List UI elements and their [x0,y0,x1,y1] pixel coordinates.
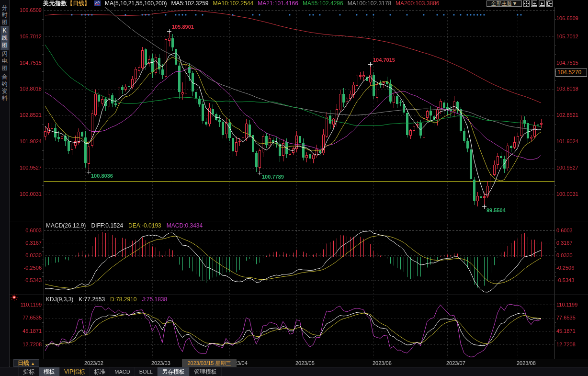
toolbar-tab-macd[interactable]: MACD [110,367,135,376]
chart-header: 美元指数 【日线】 MA(5,10,21,55,100,200) MA5:102… [43,0,440,7]
exit-icon [547,1,552,6]
sidebar-tab-intraday[interactable]: 分时图 [0,3,9,27]
tab-char: 时 [0,11,9,19]
tab-char: 分 [0,4,9,11]
kdj-axis-right-label: 12.7208 [556,342,576,348]
macd-params-label: MACD(26,12,9) [46,222,86,229]
tab-char: 图 [0,65,9,72]
toolbar-tab-manage-template[interactable]: 管理模板 [190,367,222,376]
main-axis-right-label: 105.7012 [556,34,578,40]
tab-char: 图 [0,19,9,26]
sidebar-tab-contract-info[interactable]: 合约资料 [0,72,9,103]
kline-glyph-icon [94,0,101,6]
main-axis-right-label: 102.8521 [556,112,578,118]
tab-char: 合 [0,73,9,80]
kdj-k-value: K:77.2553 [79,296,105,303]
macd-info-row: MACD(26,12,9) DIFF:0.1524 DEA:-0.0193 MA… [46,222,203,229]
macd-axis-right-label: 0.3167 [556,240,573,246]
symbol-title: 美元指数 [43,0,67,7]
toolbar-tab-template[interactable]: 模板 [39,367,60,376]
main-axis-right-label: 103.8018 [556,86,578,92]
kdj-axis-right-label: 77.6535 [556,315,576,321]
sidebar-tab-flash[interactable]: 闪电图 [0,49,9,73]
tab-char: 料 [0,95,9,102]
kdj-j-value: J:75.1838 [142,296,167,303]
low-price-annotation: 100.7789 [262,174,284,180]
tab-char: 电 [0,57,9,65]
ma200-value: MA200:103.3886 [396,0,439,7]
theme-dropdown-button[interactable]: 全部主题▼ [486,0,522,7]
toolbar-tab-indicator[interactable]: 指标 [18,367,39,376]
kdj-axis-right-label: 110.1199 [556,302,577,308]
period-tag: 【日线】 [67,0,90,7]
macd-axis-right-label: 0.0330 [556,252,573,259]
kdj-params-label: KDJ(9,3,3) [46,296,73,303]
compress-xaxis-button[interactable] [531,0,537,7]
top-controls: 全部主题▼ [486,0,553,7]
period-selector-button[interactable]: 日线 ▲ [13,359,39,367]
kdj-info-row: KDJ(9,3,3) K:77.2553 D:78.2910 J:75.1838 [46,296,167,303]
macd-axis-right-label: -0.5343 [556,277,574,284]
date-axis-row: 日线 ▲ 2023/022023/032023/042023/052023/06… [10,359,588,367]
toolbar-tab-save-template[interactable]: 另存模板 [158,367,190,376]
low-price-annotation: 99.5504 [486,207,506,213]
kline-chart-canvas[interactable] [0,0,588,376]
macd-axis-left-label: 0.0330 [10,252,42,259]
main-axis-left-label: 100.9527 [10,165,42,171]
macd-diff-value: DIFF:0.1524 [91,222,123,229]
kdj-axis-left-label: 12.7208 [10,342,42,348]
tab-char: 闪 [0,50,9,57]
exit-button[interactable] [546,0,553,7]
high-price-annotation: 104.7015 [373,57,395,63]
move-tool-button[interactable] [523,0,530,7]
month-label: 2023/06 [373,360,392,366]
low-price-annotation: 100.8036 [91,173,113,179]
axis-compress-icon [531,1,537,6]
main-axis-left-label: 100.0031 [10,191,42,197]
tab-char: K [0,27,9,34]
tab-char: 资 [0,88,9,95]
main-axis-right-label: 101.9024 [556,138,578,145]
kdj-axis-left-label: 110.1199 [10,302,42,308]
ma10-value: MA10:102.2544 [213,0,253,7]
expand-xaxis-button[interactable] [539,0,545,7]
main-axis-left-label: 103.8018 [10,86,42,92]
month-label: 2023/05 [295,360,315,366]
macd-axis-right-label: 0.6003 [556,228,573,234]
chart-type-icon[interactable] [94,0,101,6]
ma-params-label: MA(5,10,21,55,100,200) [105,0,167,7]
period-label: 日线 [18,360,29,366]
alarm-sun-icon[interactable] [11,294,18,301]
kdj-axis-left-label: 77.6535 [10,315,42,321]
main-axis-right-label: 104.7515 [556,60,578,66]
main-axis-left-label: 102.8521 [10,112,42,118]
sidebar-tab-kline[interactable]: K线图 [0,26,9,50]
symbol-period-group: 美元指数 【日线】 [43,0,90,7]
macd-macd-value: MACD:0.3434 [167,222,203,229]
month-label: 2023/08 [517,360,536,366]
macd-axis-left-label: 0.6003 [10,228,42,234]
month-label: 2023/07 [446,360,465,366]
high-price-annotation: 105.8901 [172,24,194,30]
tab-char: 线 [0,34,9,42]
left-sidebar: 分时图K线图闪电图合约资料 [0,0,10,376]
ma100-value: MA100:102.3178 [348,0,391,7]
move-icon [524,1,529,6]
tab-char: 图 [0,42,9,49]
main-axis-left-label: 105.7012 [10,34,42,40]
main-axis-left-label: 106.6509 [10,7,42,13]
axis-expand-icon [539,1,544,6]
toolbar-tab-standard[interactable]: 标准 [90,367,110,376]
toolbar-tab-vip-indicator[interactable]: VIP指标 [60,367,90,376]
macd-dea-value: DEA:-0.0193 [128,222,161,229]
tab-char: 约 [0,80,9,88]
month-label: 2023/02 [84,360,103,366]
toolbar-tab-boll[interactable]: BOLL [135,367,158,376]
main-axis-left-label: 101.9024 [10,138,42,145]
triangle-up-icon: ▲ [31,361,35,366]
main-axis-right-label: 100.0031 [556,191,578,197]
macd-axis-left-label: -0.2506 [10,265,42,271]
month-label: 2023/03 [151,360,170,366]
macd-axis-left-label: -0.5343 [10,277,42,284]
ma5-value: MA5:102.3259 [171,0,208,7]
